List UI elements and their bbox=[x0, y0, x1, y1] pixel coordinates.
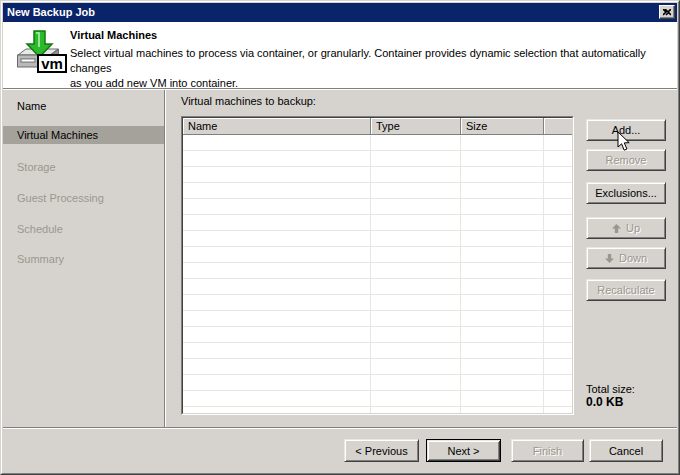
next-button[interactable]: Next > bbox=[426, 439, 501, 462]
step-title: Virtual Machines bbox=[70, 29, 157, 41]
sidebar-item-name[interactable]: Name bbox=[3, 97, 164, 115]
add-button[interactable]: Add... bbox=[586, 119, 666, 141]
down-button-label: Down bbox=[619, 252, 647, 264]
vm-table-inner: Name Type Size bbox=[182, 117, 573, 414]
finish-button[interactable]: Finish bbox=[511, 439, 584, 462]
cancel-button[interactable]: Cancel bbox=[589, 439, 663, 462]
column-header-size[interactable]: Size bbox=[461, 118, 544, 135]
footer-separator bbox=[3, 427, 677, 429]
cancel-button-label: Cancel bbox=[609, 445, 643, 457]
vm-badge: vm bbox=[38, 55, 66, 72]
grid-line-vertical bbox=[370, 135, 371, 413]
next-button-label: Next > bbox=[447, 445, 479, 457]
svg-text:vm: vm bbox=[41, 55, 63, 72]
vm-table-body[interactable] bbox=[183, 135, 572, 413]
vm-table: Name Type Size bbox=[181, 116, 574, 415]
remove-button[interactable]: Remove bbox=[586, 149, 666, 171]
sidebar-item-guest-processing[interactable]: Guest Processing bbox=[3, 189, 164, 207]
total-size-label: Total size: bbox=[586, 383, 635, 395]
remove-button-label: Remove bbox=[606, 154, 647, 166]
column-header-name[interactable]: Name bbox=[183, 118, 371, 135]
sidebar-divider bbox=[164, 90, 166, 427]
previous-button-label: < Previous bbox=[355, 445, 407, 457]
total-size-value: 0.0 KB bbox=[586, 395, 623, 409]
sidebar-item-schedule[interactable]: Schedule bbox=[3, 220, 164, 238]
sidebar-item-summary[interactable]: Summary bbox=[3, 250, 164, 268]
title-bar[interactable]: New Backup Job bbox=[3, 3, 677, 22]
close-icon bbox=[663, 9, 671, 16]
recalculate-button[interactable]: Recalculate bbox=[586, 279, 666, 301]
up-arrow-icon bbox=[612, 224, 621, 233]
add-button-label: Add... bbox=[612, 124, 641, 136]
vm-list-label: Virtual machines to backup: bbox=[181, 95, 316, 107]
down-arrow-icon bbox=[605, 254, 614, 263]
new-backup-job-dialog: New Backup Job vm V bbox=[0, 0, 680, 475]
window-title: New Backup Job bbox=[7, 6, 95, 18]
exclusions-button-label: Exclusions... bbox=[595, 187, 657, 199]
grid-line-vertical bbox=[543, 135, 544, 413]
up-button[interactable]: Up bbox=[586, 217, 666, 239]
close-button[interactable] bbox=[659, 5, 675, 19]
previous-button[interactable]: < Previous bbox=[344, 439, 419, 462]
exclusions-button[interactable]: Exclusions... bbox=[586, 182, 666, 204]
grid-line-vertical bbox=[460, 135, 461, 413]
down-button[interactable]: Down bbox=[586, 247, 666, 269]
step-description: Select virtual machines to process via c… bbox=[70, 46, 677, 91]
recalculate-button-label: Recalculate bbox=[597, 284, 654, 296]
sidebar-item-virtual-machines[interactable]: Virtual Machines bbox=[3, 126, 164, 144]
step-description-line1: Select virtual machines to process via c… bbox=[70, 47, 646, 74]
wizard-header: vm Virtual Machines Select virtual machi… bbox=[3, 22, 677, 88]
vm-backup-icon: vm bbox=[14, 29, 68, 75]
up-button-label: Up bbox=[626, 222, 640, 234]
sidebar-item-storage[interactable]: Storage bbox=[3, 158, 164, 176]
column-header-type[interactable]: Type bbox=[371, 118, 461, 135]
column-header-extra[interactable] bbox=[544, 118, 572, 135]
header-separator bbox=[3, 88, 677, 90]
vm-table-header: Name Type Size bbox=[183, 118, 572, 135]
finish-button-label: Finish bbox=[533, 445, 562, 457]
